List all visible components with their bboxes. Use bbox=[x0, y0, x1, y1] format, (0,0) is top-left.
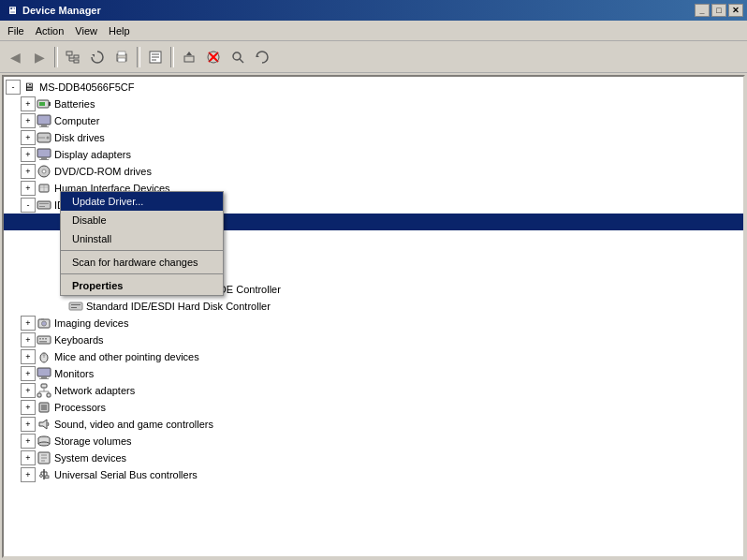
ideata-expander[interactable]: - bbox=[21, 198, 36, 213]
svg-rect-42 bbox=[39, 206, 45, 207]
storagevolumes-label: Storage volumes bbox=[54, 435, 132, 447]
menu-help[interactable]: Help bbox=[103, 23, 136, 38]
context-menu-disable[interactable]: Disable bbox=[61, 211, 223, 229]
dvdcdrom-icon bbox=[37, 164, 51, 179]
tree-item-mice[interactable]: + Mice and other pointing devices bbox=[4, 348, 743, 365]
update-driver-button[interactable] bbox=[178, 46, 200, 68]
svg-marker-84 bbox=[39, 420, 47, 429]
rollback-driver-button[interactable] bbox=[251, 46, 273, 68]
tree-item-storagevolumes[interactable]: + Storage volumes bbox=[4, 433, 743, 449]
svg-rect-68 bbox=[39, 341, 47, 343]
tree-item-diskdrives[interactable]: + Disk drives bbox=[4, 129, 743, 146]
sound-expander[interactable]: + bbox=[21, 417, 36, 432]
dvdcdrom-label: DVD/CD-ROM drives bbox=[54, 166, 152, 177]
device-tree-area[interactable]: - 🖥 MS-DDB40566F5CF + Batteries + Comput… bbox=[2, 75, 745, 558]
systemdevices-icon bbox=[37, 450, 51, 465]
svg-rect-72 bbox=[37, 368, 51, 376]
tree-item-network[interactable]: + Network adapters bbox=[4, 382, 743, 399]
tree-item-sound[interactable]: + Sound, video and game controllers bbox=[4, 416, 743, 433]
dvdcdrom-expander[interactable]: + bbox=[21, 164, 36, 179]
usb-icon bbox=[37, 467, 51, 482]
svg-rect-33 bbox=[41, 157, 47, 159]
context-menu-uninstall[interactable]: Uninstall bbox=[61, 229, 223, 248]
keyboards-expander[interactable]: + bbox=[21, 332, 36, 347]
systemdevices-expander[interactable]: + bbox=[21, 450, 36, 465]
imagingdev-expander[interactable]: + bbox=[21, 316, 36, 331]
tree-item-imagingdev[interactable]: + Imaging devices bbox=[4, 315, 743, 332]
computer-expander[interactable]: + bbox=[21, 113, 36, 128]
toolbar-sep-1 bbox=[54, 47, 58, 67]
svg-rect-60 bbox=[71, 307, 77, 308]
tree-item-dvdcdrom[interactable]: + DVD/CD-ROM drives bbox=[4, 163, 743, 180]
context-menu-update-driver[interactable]: Update Driver... bbox=[61, 192, 223, 211]
svg-rect-32 bbox=[37, 149, 51, 157]
menu-file[interactable]: File bbox=[2, 23, 30, 38]
svg-rect-83 bbox=[41, 405, 47, 410]
mice-expander[interactable]: + bbox=[21, 349, 36, 364]
tree-item-usb[interactable]: + Universal Serial Bus controllers bbox=[4, 466, 743, 483]
svg-rect-34 bbox=[39, 159, 49, 160]
monitors-icon bbox=[37, 366, 51, 381]
context-menu: Update Driver... Disable Uninstall Scan … bbox=[60, 191, 224, 296]
scan-hardware-button[interactable] bbox=[227, 46, 249, 68]
keyboards-label: Keyboards bbox=[54, 334, 104, 346]
minimize-button[interactable]: _ bbox=[695, 4, 710, 17]
root-expander[interactable]: - bbox=[6, 80, 21, 95]
svg-rect-76 bbox=[37, 393, 41, 397]
back-button[interactable]: ◀ bbox=[4, 46, 26, 68]
processors-expander[interactable]: + bbox=[21, 400, 36, 415]
forward-button[interactable]: ▶ bbox=[28, 46, 51, 68]
tree-item-monitors[interactable]: + Monitors bbox=[4, 365, 743, 382]
imagingdev-label: Imaging devices bbox=[54, 317, 129, 329]
usb-expander[interactable]: + bbox=[21, 467, 36, 482]
svg-rect-65 bbox=[39, 338, 41, 340]
svg-rect-73 bbox=[41, 376, 47, 378]
network-expander[interactable]: + bbox=[21, 383, 36, 398]
root-icon: 🖥 bbox=[22, 80, 37, 95]
refresh-button[interactable] bbox=[86, 46, 109, 68]
systemdevices-label: System devices bbox=[54, 452, 126, 464]
context-menu-properties[interactable]: Properties bbox=[61, 276, 223, 295]
svg-line-21 bbox=[240, 59, 243, 63]
print-button[interactable] bbox=[110, 46, 133, 68]
ideata-icon bbox=[37, 198, 51, 213]
displayadapters-expander[interactable]: + bbox=[21, 147, 36, 162]
properties-button[interactable] bbox=[144, 46, 167, 68]
batteries-expander[interactable]: + bbox=[21, 96, 36, 111]
tree-item-computer[interactable]: + Computer bbox=[4, 112, 743, 129]
menu-action[interactable]: Action bbox=[30, 23, 70, 38]
svg-rect-64 bbox=[37, 336, 51, 344]
storagevolumes-expander[interactable]: + bbox=[21, 434, 36, 449]
svg-marker-7 bbox=[92, 54, 95, 57]
svg-rect-74 bbox=[39, 378, 49, 379]
tree-item-systemdevices[interactable]: + System devices bbox=[4, 449, 743, 466]
menu-view[interactable]: View bbox=[69, 23, 103, 38]
tree-view-button[interactable] bbox=[62, 46, 84, 68]
svg-rect-10 bbox=[118, 52, 125, 55]
window-controls: _ □ ✕ bbox=[695, 4, 743, 17]
context-menu-scan-changes[interactable]: Scan for hardware changes bbox=[61, 253, 223, 272]
close-button[interactable]: ✕ bbox=[728, 4, 743, 17]
window-title: Device Manager bbox=[22, 5, 101, 16]
hid-expander[interactable]: + bbox=[21, 181, 36, 196]
tree-item-displayadapters[interactable]: + Display adapters bbox=[4, 146, 743, 163]
menu-bar: File Action View Help bbox=[0, 21, 747, 41]
app-icon: 🖥 bbox=[4, 3, 19, 18]
maximize-button[interactable]: □ bbox=[711, 4, 726, 17]
svg-point-30 bbox=[47, 137, 50, 140]
svg-point-99 bbox=[40, 475, 43, 478]
svg-rect-40 bbox=[37, 201, 51, 209]
displayadapters-label: Display adapters bbox=[54, 149, 131, 160]
computer-icon bbox=[37, 113, 51, 128]
tree-item-keyboards[interactable]: + Keyboards bbox=[4, 332, 743, 348]
uninstall-button[interactable] bbox=[202, 46, 225, 68]
svg-rect-1 bbox=[74, 55, 79, 58]
tree-item-processors[interactable]: + Processors bbox=[4, 399, 743, 416]
batteries-label: Batteries bbox=[54, 98, 95, 110]
tree-item-standard-2[interactable]: Standard IDE/ESDI Hard Disk Controller bbox=[4, 298, 743, 315]
tree-root[interactable]: - 🖥 MS-DDB40566F5CF bbox=[4, 79, 743, 96]
diskdrives-expander[interactable]: + bbox=[21, 130, 36, 145]
svg-rect-58 bbox=[69, 302, 82, 310]
monitors-expander[interactable]: + bbox=[21, 366, 36, 381]
tree-item-batteries[interactable]: + Batteries bbox=[4, 96, 743, 112]
